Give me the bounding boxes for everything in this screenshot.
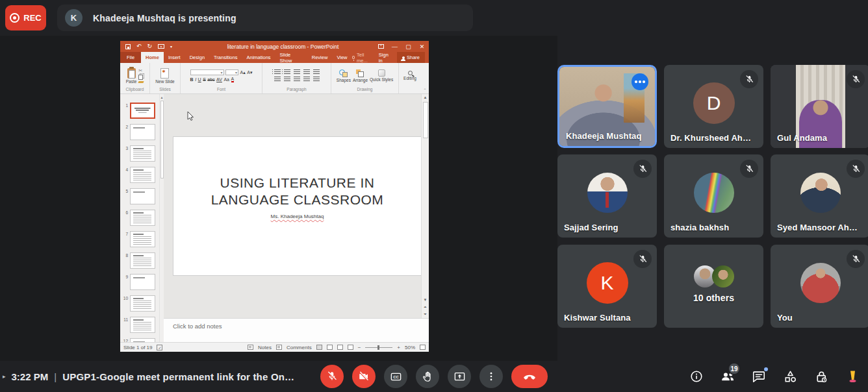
participant-tile-3[interactable]: Gul Andama: [771, 65, 868, 148]
participant-tile-8[interactable]: 10 others: [664, 245, 763, 328]
normal-view-icon[interactable]: [316, 345, 322, 350]
increase-indent-icon[interactable]: [303, 69, 310, 75]
change-case-icon[interactable]: Aa: [223, 77, 229, 82]
shrink-font-icon[interactable]: A▾: [247, 70, 252, 75]
ribbon-display-options-button[interactable]: ^: [374, 41, 388, 52]
zoom-slider[interactable]: [365, 347, 392, 348]
expand-arrow-icon[interactable]: ▸: [3, 373, 6, 380]
camera-off-button[interactable]: [352, 365, 376, 388]
more-options-button[interactable]: [479, 365, 503, 388]
fit-slide-icon[interactable]: [420, 345, 426, 350]
format-painter-icon[interactable]: [138, 81, 144, 83]
participant-tile-4[interactable]: Sajjad Sering: [557, 154, 657, 238]
activities-icon[interactable]: [782, 369, 798, 384]
align-center-icon[interactable]: [284, 77, 290, 82]
paste-button[interactable]: Paste: [126, 68, 137, 84]
start-slideshow-icon[interactable]: [158, 44, 164, 49]
participant-tile-5[interactable]: shazia bakhsh: [664, 154, 763, 238]
save-icon[interactable]: [125, 44, 131, 49]
ppt-tab-design[interactable]: Design: [185, 52, 209, 63]
copy-icon[interactable]: [138, 75, 143, 80]
participant-tile-7[interactable]: K Kishwar Sultana: [557, 245, 657, 328]
spell-check-icon[interactable]: ✓: [157, 345, 162, 350]
slide-thumbnail[interactable]: 3: [123, 145, 157, 162]
notes-icon[interactable]: [248, 345, 253, 350]
participant-tile-1[interactable]: Khadeeja Mushtaq: [557, 65, 657, 148]
microphone-off-button[interactable]: [320, 365, 344, 388]
maximize-button[interactable]: ▢: [402, 41, 415, 52]
participants-icon[interactable]: 19: [720, 369, 735, 384]
close-button[interactable]: ✕: [415, 41, 429, 52]
next-slide-icon[interactable]: ⏷: [422, 311, 429, 318]
cut-icon[interactable]: ✂: [138, 68, 142, 73]
comments-toggle[interactable]: Comments: [287, 345, 312, 350]
slide-thumbnail[interactable]: 5: [123, 188, 157, 204]
undo-icon[interactable]: ↶: [136, 43, 142, 49]
zoom-out-icon[interactable]: −: [358, 345, 361, 350]
ppt-tab-file[interactable]: File: [120, 52, 141, 63]
host-controls-icon[interactable]: [813, 369, 829, 384]
participant-tile-9[interactable]: You: [771, 245, 868, 328]
bold-button[interactable]: B: [190, 77, 194, 82]
ppt-tab-slide-show[interactable]: Slide Show: [275, 52, 307, 63]
notes-toggle[interactable]: Notes: [258, 345, 272, 350]
leave-call-button[interactable]: [511, 365, 548, 388]
participant-tile-6[interactable]: Syed Mansoor Ah…: [771, 154, 868, 238]
slide-thumbnail[interactable]: 2: [123, 124, 157, 140]
notes-pane[interactable]: Click to add notes: [164, 318, 429, 342]
ppt-tab-view[interactable]: View: [332, 52, 351, 63]
font-color-icon[interactable]: A: [231, 77, 235, 82]
ppt-tab-insert[interactable]: Insert: [164, 52, 185, 63]
collapse-ribbon-icon[interactable]: ⌃: [421, 63, 429, 93]
chat-icon[interactable]: [751, 369, 767, 384]
participant-tile-2[interactable]: D Dr. Khursheed Ah…: [664, 65, 763, 148]
meeting-details-icon[interactable]: [689, 369, 704, 384]
columns-icon[interactable]: [313, 77, 320, 82]
minimize-button[interactable]: —: [388, 41, 402, 52]
slide-thumbnail[interactable]: 6: [123, 210, 157, 226]
ppt-tab-transitions[interactable]: Transitions: [209, 52, 242, 63]
slide-thumbnail[interactable]: 4: [123, 167, 157, 183]
tile-menu-button[interactable]: [632, 73, 648, 90]
ppt-tab-review[interactable]: Review: [307, 52, 333, 63]
scroll-down-icon[interactable]: ▼: [422, 297, 429, 304]
italic-button[interactable]: I: [195, 77, 196, 82]
ppt-tab-animations[interactable]: Animations: [242, 52, 275, 63]
captions-button[interactable]: CC: [384, 365, 407, 388]
tell-me-box[interactable]: Tell me...: [352, 52, 374, 64]
current-slide[interactable]: USING LITERATURE IN LANGUAGE CLASSROOM M…: [173, 137, 421, 275]
share-button[interactable]: Share: [397, 52, 425, 63]
present-screen-button[interactable]: [448, 365, 471, 388]
numbering-icon[interactable]: [284, 69, 290, 75]
align-right-icon[interactable]: [294, 77, 300, 82]
new-slide-button[interactable]: New Slide: [155, 68, 174, 84]
slideshow-view-icon[interactable]: [348, 345, 353, 350]
arrange-button[interactable]: Arrange: [353, 69, 368, 82]
editing-button[interactable]: Editing: [403, 71, 416, 80]
character-spacing-icon[interactable]: AV: [216, 77, 222, 82]
sign-in-link[interactable]: Sign in: [379, 52, 392, 64]
slide-scrollbar[interactable]: ▲ ▼ ⏶ ⏷: [421, 94, 429, 318]
font-size-dropdown[interactable]: [225, 69, 238, 75]
previous-slide-icon[interactable]: ⏶: [422, 304, 429, 311]
slide-sorter-view-icon[interactable]: [327, 345, 333, 350]
redo-icon[interactable]: ↻: [147, 43, 153, 49]
slide-thumbnail[interactable]: 1: [123, 103, 157, 119]
zoom-level[interactable]: 50%: [405, 345, 415, 350]
grow-font-icon[interactable]: A▴: [240, 70, 246, 75]
quick-styles-button[interactable]: Quick Styles: [370, 69, 393, 82]
strikethrough-button[interactable]: S: [203, 77, 206, 82]
ppt-tab-home[interactable]: Home: [141, 52, 164, 63]
slide-thumbnail[interactable]: 9: [123, 274, 157, 290]
reading-view-icon[interactable]: [337, 345, 343, 350]
raise-hand-button[interactable]: [416, 365, 439, 388]
slide-thumbnail[interactable]: 7: [123, 231, 157, 247]
clear-formatting-icon[interactable]: abc: [207, 77, 214, 82]
underline-button[interactable]: U: [198, 77, 201, 82]
align-left-icon[interactable]: [274, 77, 281, 82]
comments-icon[interactable]: [276, 345, 282, 350]
font-name-dropdown[interactable]: [190, 69, 224, 75]
line-spacing-icon[interactable]: [313, 69, 320, 75]
slide-thumbnail[interactable]: 10: [123, 295, 157, 312]
slide-thumbnail[interactable]: 8: [123, 252, 157, 269]
